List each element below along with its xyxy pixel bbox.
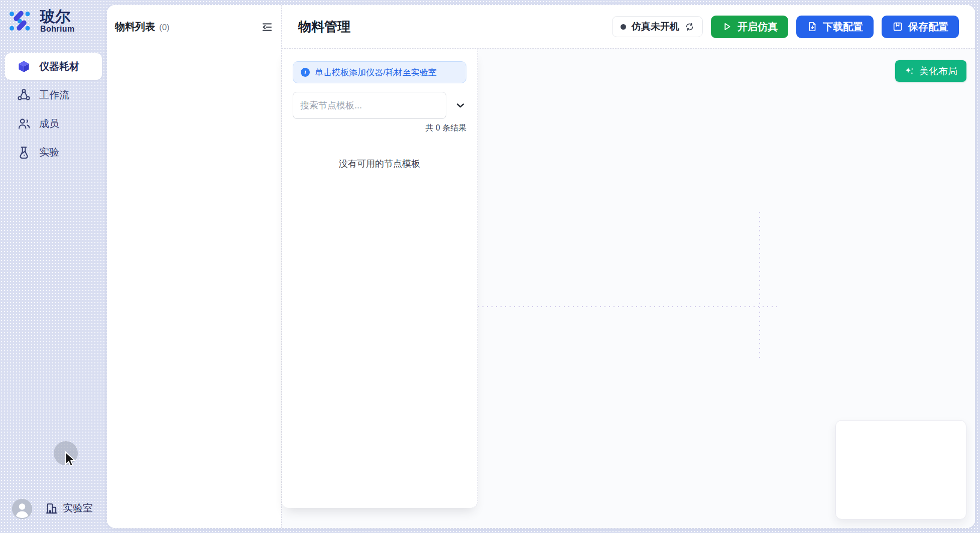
page-title: 物料管理: [298, 18, 350, 36]
play-icon: [721, 21, 732, 32]
sidebar-item-label: 实验: [39, 146, 59, 159]
click-highlight: [54, 441, 78, 465]
brand-text: 玻尔 Bohrium: [40, 8, 75, 34]
workflow-icon: [17, 88, 31, 102]
cube-icon: [17, 60, 31, 73]
topbar: 物料管理 仿真未开机 开启仿真: [282, 5, 975, 49]
sidebar-item-label: 成员: [39, 117, 59, 130]
start-simulation-button[interactable]: 开启仿真: [711, 16, 788, 38]
canvas-minimap[interactable]: [835, 420, 966, 519]
avatar-person-icon: [12, 499, 32, 519]
beautify-layout-label: 美化布局: [919, 65, 957, 78]
sidebar-item-label: 工作流: [39, 88, 69, 102]
download-config-button[interactable]: 下载配置: [796, 16, 874, 38]
file-download-icon: [807, 21, 818, 32]
template-search-row: [293, 92, 466, 119]
results-count: 共 0 条结果: [282, 123, 477, 134]
sidebar-item-members[interactable]: 成员: [5, 110, 102, 137]
sidebar-footer: 实验室: [0, 498, 107, 520]
brand-logo: 玻尔 Bohrium: [8, 8, 75, 34]
building-icon: [45, 502, 58, 515]
lab-label: 实验室: [63, 501, 93, 515]
bohrium-logo-icon: [8, 9, 32, 33]
download-config-label: 下载配置: [823, 20, 863, 34]
status-dot: [621, 24, 626, 30]
sidebar-item-label: 仪器耗材: [39, 60, 79, 73]
save-bookmark-icon: [892, 21, 903, 32]
start-simulation-label: 开启仿真: [738, 20, 778, 34]
refresh-status-icon[interactable]: [685, 22, 694, 32]
canvas-guide-horizontal: [478, 306, 777, 307]
save-config-label: 保存配置: [908, 20, 948, 34]
lab-switcher[interactable]: 实验室: [45, 501, 93, 515]
template-hint-banner: i 单击模板添加仪器/耗材至实验室: [293, 61, 466, 83]
banner-text: 单击模板添加仪器/耗材至实验室: [315, 67, 437, 78]
materials-list-panel: 物料列表 (0): [107, 5, 282, 528]
main-area: 物料管理 仿真未开机 开启仿真: [282, 5, 975, 528]
user-avatar[interactable]: [12, 499, 32, 519]
template-panel: i 单击模板添加仪器/耗材至实验室 共 0 条结果 没有可用的节点模板: [282, 49, 478, 508]
simulation-status-pill: 仿真未开机: [612, 16, 703, 37]
sidebar-item-experiment[interactable]: 实验: [5, 139, 102, 166]
template-search-input[interactable]: [293, 92, 446, 119]
brand-name-cn: 玻尔: [40, 8, 75, 25]
topbar-controls: 仿真未开机 开启仿真: [612, 16, 959, 38]
members-icon: [17, 117, 31, 130]
materials-count-badge: (0): [159, 23, 170, 33]
canvas-guide-vertical: [759, 212, 760, 359]
sparkles-icon: [904, 66, 915, 76]
content-card: 物料列表 (0) 物料管理 仿真未开机: [107, 5, 975, 528]
simulation-status-label: 仿真未开机: [632, 20, 679, 33]
brand-name-en: Bohrium: [40, 25, 75, 34]
info-icon: i: [301, 68, 310, 77]
sidebar: 玻尔 Bohrium 仪器耗材 工作流: [0, 0, 107, 533]
materials-panel-header: 物料列表 (0): [107, 5, 281, 34]
experiment-icon: [17, 146, 31, 159]
save-config-button[interactable]: 保存配置: [882, 16, 959, 38]
collapse-panel-icon[interactable]: [261, 21, 273, 33]
cursor-arrow-icon: [61, 450, 79, 468]
sidebar-nav: 仪器耗材 工作流 成员: [0, 53, 107, 168]
chevron-down-icon[interactable]: [454, 99, 466, 111]
beautify-layout-button[interactable]: 美化布局: [895, 60, 966, 82]
flow-canvas[interactable]: i 单击模板添加仪器/耗材至实验室 共 0 条结果 没有可用的节点模板: [282, 49, 975, 528]
empty-templates-message: 没有可用的节点模板: [282, 158, 477, 170]
materials-panel-title: 物料列表: [115, 20, 155, 34]
sidebar-item-workflow[interactable]: 工作流: [5, 82, 102, 108]
sidebar-item-instruments[interactable]: 仪器耗材: [5, 53, 102, 80]
